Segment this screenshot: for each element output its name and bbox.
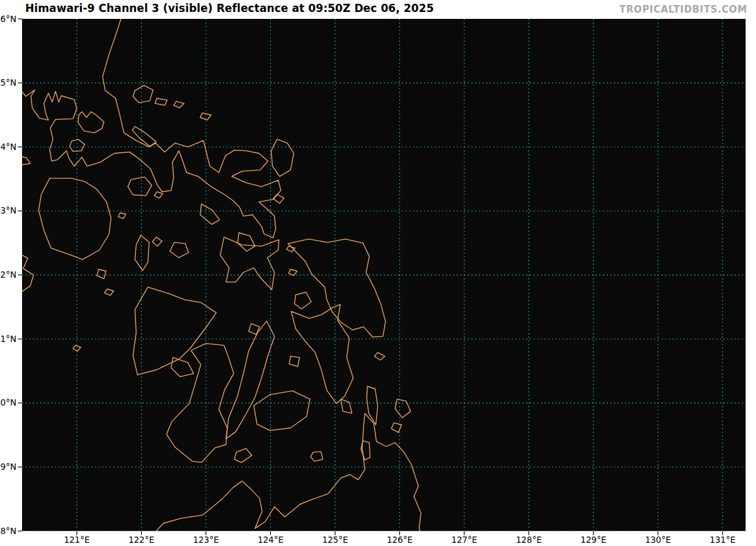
lon-tick-label: 128°E	[516, 535, 542, 545]
lat-tick-label: 13°N	[0, 205, 16, 215]
satellite-map-figure: Himawari-9 Channel 3 (visible) Reflectan…	[0, 0, 756, 546]
lon-tick-label: 125°E	[322, 535, 348, 545]
lat-tick-label: 11°N	[0, 334, 16, 344]
lat-tick-label: 16°N	[0, 14, 16, 24]
lat-tick-label: 10°N	[0, 397, 16, 407]
lon-tick-label: 130°E	[645, 535, 671, 545]
lon-tick-label: 126°E	[387, 535, 413, 545]
map-canvas: 16°N15°N14°N13°N12°N11°N10°N9°N8°N121°E1…	[0, 0, 756, 546]
lon-tick-label: 122°E	[129, 535, 154, 545]
lat-tick-label: 9°N	[1, 462, 16, 472]
lon-tick-label: 131°E	[709, 535, 735, 545]
lon-tick-label: 123°E	[193, 535, 219, 545]
lon-tick-label: 121°E	[64, 535, 89, 545]
lat-tick-label: 8°N	[1, 526, 16, 536]
lon-tick-label: 124°E	[258, 535, 284, 545]
lat-tick-label: 14°N	[0, 142, 16, 152]
lat-tick-label: 15°N	[0, 77, 16, 88]
lat-tick-label: 12°N	[0, 270, 16, 280]
lon-tick-label: 129°E	[580, 535, 606, 545]
lon-tick-label: 127°E	[451, 535, 477, 545]
